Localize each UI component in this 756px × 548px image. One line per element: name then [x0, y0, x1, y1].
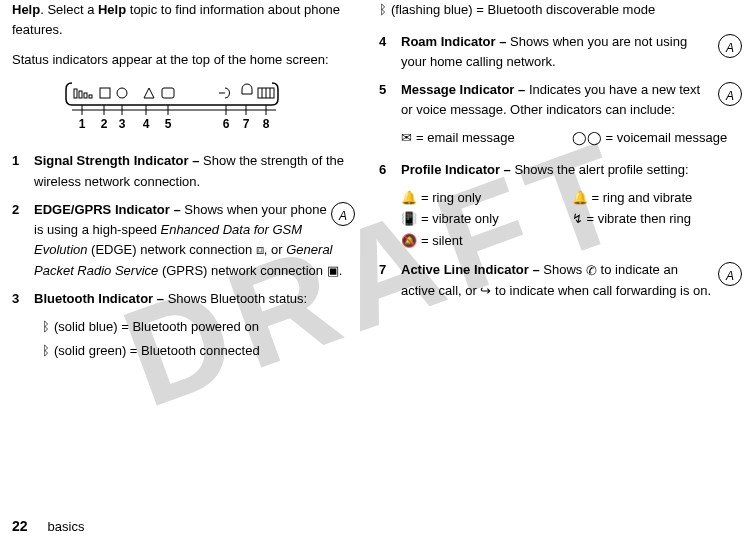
status-intro: Status indicators appear at the top of t… — [12, 50, 355, 70]
profile-row-3: 🔕 = silent — [401, 231, 742, 251]
bluetooth-icon: ᛒ — [42, 341, 50, 361]
vibrate-ring-icon: ↯ — [572, 209, 583, 229]
status-bar-diagram: 12345 678 — [42, 80, 302, 143]
feature-badge-icon — [718, 262, 742, 286]
bt-status-2: ᛒ (solid green) = Bluetooth connected — [42, 341, 355, 361]
svg-text:3: 3 — [119, 117, 126, 131]
profile-row-1: 🔔 = ring only 🔔 = ring and vibrate — [401, 188, 742, 208]
item-3: 3 Bluetooth Indicator – Shows Bluetooth … — [12, 289, 355, 309]
item-4: 4 Roam Indicator – Shows when you are no… — [379, 32, 742, 72]
msg-indicators: ✉ = email message ◯◯ = voicemail message — [401, 128, 742, 148]
call-forward-icon: ↪ — [480, 281, 491, 301]
bluetooth-icon: ᛒ — [42, 317, 50, 337]
svg-text:8: 8 — [263, 117, 270, 131]
help-bold1: Help — [12, 2, 40, 17]
svg-rect-3 — [89, 95, 92, 98]
item-1: 1 Signal Strength Indicator – Show the s… — [12, 151, 355, 191]
svg-point-5 — [117, 88, 127, 98]
help-intro: Help. Select a Help topic to find inform… — [12, 0, 355, 40]
svg-rect-2 — [84, 93, 87, 98]
svg-text:2: 2 — [101, 117, 108, 131]
bt-status-1: ᛒ (solid blue) = Bluetooth powered on — [42, 317, 355, 337]
active-call-icon: ✆ — [586, 261, 597, 281]
silent-icon: 🔕 — [401, 231, 417, 251]
feature-badge-icon — [331, 202, 355, 226]
ring-icon: 🔔 — [401, 188, 417, 208]
svg-text:5: 5 — [165, 117, 172, 131]
bt-status-3: ᛒ (flashing blue) = Bluetooth discoverab… — [379, 0, 742, 20]
item-6: 6 Profile Indicator – Shows the alert pr… — [379, 160, 742, 180]
gprs-icon: ▣ — [327, 261, 339, 281]
svg-rect-0 — [74, 89, 77, 98]
svg-rect-6 — [162, 88, 174, 98]
bluetooth-icon: ᛒ — [379, 0, 387, 20]
section-name: basics — [48, 519, 85, 534]
svg-text:1: 1 — [79, 117, 86, 131]
svg-text:4: 4 — [143, 117, 150, 131]
item-7: 7 Active Line Indicator – Shows ✆ to ind… — [379, 260, 742, 301]
feature-badge-icon — [718, 82, 742, 106]
item-2: 2 EDGE/GPRS Indicator – Shows when your … — [12, 200, 355, 282]
help-bold2: Help — [98, 2, 126, 17]
page-number: 22 — [12, 518, 28, 534]
svg-text:6: 6 — [223, 117, 230, 131]
svg-rect-1 — [79, 91, 82, 98]
svg-rect-4 — [100, 88, 110, 98]
email-icon: ✉ — [401, 128, 412, 148]
ring-vibrate-icon: 🔔 — [572, 188, 588, 208]
right-column: ᛒ (flashing blue) = Bluetooth discoverab… — [373, 0, 746, 364]
feature-badge-icon — [718, 34, 742, 58]
svg-text:7: 7 — [243, 117, 250, 131]
left-column: Help. Select a Help topic to find inform… — [0, 0, 373, 364]
edge-icon: ⧈ — [256, 240, 264, 260]
vibrate-icon: 📳 — [401, 209, 417, 229]
voicemail-icon: ◯◯ — [572, 128, 602, 148]
page-footer: 22basics — [12, 518, 84, 534]
item-5: 5 Message Indicator – Indicates you have… — [379, 80, 742, 120]
profile-row-2: 📳 = vibrate only ↯ = vibrate then ring — [401, 209, 742, 229]
